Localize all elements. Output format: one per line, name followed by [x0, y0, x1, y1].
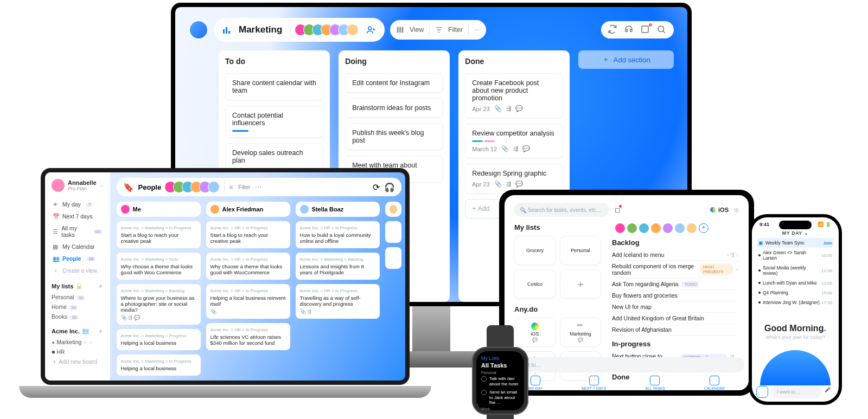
task-row[interactable]: Rebuild component of ios merge randomHIG…	[612, 261, 739, 279]
list-tile[interactable]: Personal	[560, 236, 601, 265]
nav-next-7-days[interactable]: 📅Next 7 days	[52, 210, 104, 222]
person-header[interactable]: Me	[117, 202, 201, 217]
support-icon[interactable]	[624, 24, 635, 35]
person-header[interactable]: Stella Boaz	[296, 202, 380, 217]
task-card[interactable]: Acme Inc. > Marketing > TodoWhy choose a…	[117, 253, 201, 280]
task-card[interactable]: Acme Inc. > Marketing > ProgressHelping …	[117, 329, 201, 350]
more-icon[interactable]: ···	[254, 182, 261, 192]
task-card[interactable]: Share content calendar with team	[225, 73, 323, 100]
task-card[interactable]: Acme Inc. > HR > In ProgressWhy choose a…	[206, 253, 290, 280]
task-card[interactable]: Edit content for Instagram	[345, 73, 443, 93]
agenda-row[interactable]: ▣Weekly Team SyncJoin	[757, 238, 833, 248]
task-card[interactable]: Develop sales outreach plan	[225, 143, 323, 170]
board-tile[interactable]: 👓Marketing 💬	[560, 318, 601, 347]
agenda-row[interactable]: Alex Green <> Sarah Larsen10:00	[757, 248, 833, 263]
view-icon[interactable]	[397, 26, 404, 34]
agenda-row[interactable]: Interview Jing W. (designer)17:30	[757, 298, 833, 307]
agenda-row[interactable]: Q4 Planning15:00	[757, 288, 833, 298]
watch-task[interactable]: Send an email to Jack about the …	[481, 388, 519, 407]
task-card[interactable]: Acme Inc. > Marketing > BacklogWhere to …	[117, 284, 201, 325]
person-header[interactable]	[385, 202, 401, 217]
board-members-stack[interactable]: +	[612, 223, 739, 233]
task-card[interactable]: Acme Inc. > Marketing > In ProgressStart…	[117, 221, 201, 248]
task-card[interactable]: Acme Inc. > HR > In ProgressLife science…	[206, 323, 290, 350]
board-title[interactable]: Marketing	[239, 24, 282, 35]
filter-icon[interactable]: ⚟	[229, 184, 234, 190]
task-row[interactable]: Add United Kingdom of Great Britain	[612, 313, 739, 324]
quick-add-input[interactable]: I want to…	[509, 357, 744, 372]
search-input[interactable]: 🔍 Search for tasks, events, etc…	[514, 203, 609, 217]
task-card[interactable]: Acme Inc. > HR > In ProgressStart a blog…	[206, 221, 290, 248]
add-board-button[interactable]: ＋ Add new board	[52, 357, 104, 368]
person-header[interactable]: Alex Friedman	[206, 202, 290, 217]
nav-all-tasks[interactable]: ☰All my tasks64	[52, 222, 104, 241]
task-card[interactable]: Redesign Spring graphic Apr 23 📎 ⇶ 💬	[465, 164, 563, 194]
task-card[interactable]: Acme Inc. > Marketing > BacklogLessons a…	[296, 253, 380, 280]
task-card[interactable]	[385, 221, 401, 243]
task-card[interactable]: Acme Inc. > Marketing > In ProgressHelpi…	[117, 354, 201, 376]
pin-icon[interactable]: ⟐	[100, 182, 104, 189]
task-row[interactable]: Buy flowers and groceries	[612, 290, 739, 301]
task-card[interactable]: Acme Inc. > HR > In ProgressHelping a lo…	[206, 284, 290, 319]
search-icon[interactable]	[656, 24, 667, 35]
task-row[interactable]: Add Iceland to menu⟐ ⇶ ○	[612, 249, 739, 261]
task-card[interactable]: Publish this week's blog post	[345, 123, 443, 150]
mic-icon[interactable]: 🎤	[825, 387, 834, 397]
board-members-stack[interactable]	[298, 24, 359, 36]
activity-icon[interactable]: ▢	[615, 207, 620, 214]
list-tile[interactable]: Costco	[514, 269, 556, 299]
task-card[interactable]: Create Facebook post about new product p…	[465, 73, 563, 118]
list-item[interactable]: Personal30	[52, 292, 104, 302]
add-member-icon[interactable]	[366, 25, 376, 35]
quick-add-input[interactable]: I want to…	[771, 385, 821, 398]
task-row[interactable]: Ask Tom regarding AlgeriaTODO	[612, 279, 739, 290]
add-list-icon[interactable]: ＋	[98, 282, 104, 290]
dock-my-day[interactable]: MY DAY	[528, 376, 542, 390]
add-workspace-item-icon[interactable]: ＋	[98, 327, 104, 335]
list-item[interactable]: Home30	[52, 302, 104, 312]
nav-people[interactable]: 👥People16	[52, 253, 104, 265]
sidebar-user[interactable]: AnnabellePro Plan ⟐	[52, 179, 104, 192]
workspace-item[interactable]: ● Marketing ⟐ ○	[52, 337, 104, 347]
sync-icon[interactable]	[608, 24, 618, 35]
task-card[interactable]	[385, 247, 401, 269]
add-section-button[interactable]: ＋ Add section	[578, 50, 674, 69]
list-item[interactable]: Books30	[52, 312, 104, 321]
nav-create-view[interactable]: ＋Create a view	[52, 265, 104, 276]
task-card[interactable]: Acme Inc. > HR > In ProgressTravelling a…	[296, 284, 380, 319]
agenda-row[interactable]: Social Media (weekly review)11:30	[757, 263, 833, 278]
dock-next-7-days[interactable]: NEXT 7 DAYS	[582, 376, 606, 390]
current-user-avatar[interactable]	[189, 20, 208, 40]
view-label[interactable]: View	[410, 26, 424, 34]
workspace-item[interactable]: ■ HR	[52, 347, 104, 357]
task-card[interactable]: Contact potential influencers	[225, 106, 323, 138]
list-tile[interactable]: Grocery	[514, 236, 556, 265]
menu-icon[interactable]: ⊜	[734, 207, 739, 214]
people-members-stack[interactable]	[168, 181, 220, 193]
task-card[interactable]: Review competitor analysis March 12 📎 ⇶ …	[465, 124, 563, 158]
add-member-icon[interactable]: +	[699, 223, 709, 233]
filter-label[interactable]: Filter	[238, 184, 250, 190]
dock-calendar[interactable]: CALENDAR	[704, 376, 725, 390]
filter-icon[interactable]	[435, 26, 443, 34]
bookmark-icon[interactable]: 🔖	[123, 182, 134, 192]
filter-label[interactable]: Filter	[448, 26, 463, 34]
nav-calendar[interactable]: ▦My Calendar	[52, 241, 104, 253]
dock-all-tasks[interactable]: ALL TASKS	[645, 376, 665, 390]
activity-icon[interactable]	[640, 24, 651, 35]
task-card[interactable]: Brainstorm ideas for posts	[345, 98, 443, 118]
agenda-row[interactable]: Lunch with Dyan and Mike13:00	[757, 278, 833, 288]
add-list-tile[interactable]: ＋	[560, 269, 601, 299]
task-row[interactable]: New UI for map	[612, 301, 739, 313]
watch-task[interactable]: Talk with dad about the hotel	[481, 375, 519, 388]
sync-icon[interactable]: ⟳	[373, 182, 380, 192]
more-icon[interactable]: ···	[474, 26, 480, 34]
project-title[interactable]: iOS	[710, 207, 729, 213]
task-card[interactable]: Acme Inc. > HR > In ProgressHow to build…	[296, 221, 380, 248]
task-row[interactable]: Revision of Afghanistan	[612, 324, 739, 336]
watch-breadcrumb[interactable]: My Lists	[481, 356, 519, 361]
support-icon[interactable]: 🎧	[384, 182, 395, 192]
nav-my-day[interactable]: ☀My day7	[52, 198, 104, 210]
phone-header[interactable]: MY DAY ⌄	[752, 230, 839, 236]
home-icon[interactable]	[756, 386, 768, 398]
